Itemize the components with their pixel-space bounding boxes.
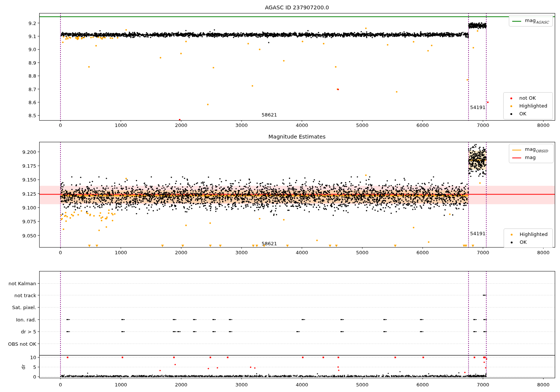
red-line-sample-icon xyxy=(512,155,521,160)
legend-status-top: not OK Highlighted OK xyxy=(503,92,553,119)
legend-row-highlighted: Highlighted xyxy=(507,102,549,110)
x-tick-label: 1000 xyxy=(115,122,127,128)
y-tick-label: 9.125 xyxy=(22,191,36,196)
x-tick-label: 8000 xyxy=(537,382,550,388)
y-tick-label: 8.8 xyxy=(28,73,36,79)
orange-dot-sample-icon xyxy=(507,103,516,109)
legend-label-highlighted: Highlighted xyxy=(519,103,547,109)
x-tick-label: 2000 xyxy=(175,250,187,255)
legend-row-ok-mid: OK xyxy=(507,238,549,246)
y-tick-label: 9.175 xyxy=(22,163,36,169)
x-tick-label: 4000 xyxy=(296,122,308,128)
y-tick-label: 9.075 xyxy=(22,219,36,224)
x-tick-label: 2000 xyxy=(175,122,187,128)
legend-row-mag: mag xyxy=(512,153,550,161)
x-tick-label: 8000 xyxy=(537,122,550,128)
x-tick-label: 7000 xyxy=(477,122,489,128)
y-tick-label: 9.2 xyxy=(28,20,36,26)
legend-label-ok: OK xyxy=(519,111,526,116)
obsid-annotation: 58621 xyxy=(262,240,277,246)
x-tick-label: 3000 xyxy=(235,122,248,128)
x-tick-label: 6000 xyxy=(417,382,429,388)
flag-row-label: Sat. pixel. xyxy=(12,305,36,310)
x-tick-label: 0 xyxy=(59,382,62,388)
legend-row-mag-obsid: magOBSID xyxy=(512,146,550,153)
y-tick-label: 9.100 xyxy=(22,205,36,210)
legend-status-middle: Highlighted OK xyxy=(504,228,553,248)
legend-label-not-ok: not OK xyxy=(519,95,536,101)
flag-row-label: not Kalman xyxy=(9,281,36,286)
top-plot-title: AGASC ID 237907200.0 xyxy=(39,4,555,10)
x-tick-label: 2000 xyxy=(175,382,187,388)
orange-dot-sample-icon xyxy=(507,231,516,237)
flag-row-label: OBS not OK xyxy=(8,341,37,346)
legend-mag-agasc: magAGASC xyxy=(509,15,553,27)
figure-canvas xyxy=(0,0,560,392)
y-tick-label: 8.7 xyxy=(28,86,36,92)
x-tick-label: 4000 xyxy=(296,382,308,388)
dr-tick-label: 0 xyxy=(33,374,36,380)
x-tick-label: 4000 xyxy=(296,250,308,255)
x-tick-label: 5000 xyxy=(356,122,368,128)
flag-row-label: dr > 5 xyxy=(21,329,36,335)
legend-row-ok: OK xyxy=(507,110,549,118)
x-tick-label: 5000 xyxy=(356,250,368,255)
legend-label-mag: mag xyxy=(525,155,536,160)
y-tick-label: 8.9 xyxy=(28,60,36,65)
x-tick-label: 1000 xyxy=(115,382,127,388)
x-tick-label: 3000 xyxy=(235,382,248,388)
x-tick-label: 6000 xyxy=(417,250,429,255)
obsid-annotation: 54191 xyxy=(470,105,485,110)
black-dot-sample-icon xyxy=(507,111,516,116)
legend-row-mag-agasc: magAGASC xyxy=(512,17,549,25)
legend-mag-obsid: magOBSID mag xyxy=(509,144,554,163)
legend-label-mag-agasc: magAGASC xyxy=(525,18,549,24)
x-tick-label: 7000 xyxy=(477,382,489,388)
y-tick-label: 9.1 xyxy=(28,34,36,39)
x-tick-label: 0 xyxy=(59,250,62,255)
y-tick-label: 8.5 xyxy=(28,113,36,118)
legend-label-mag-obsid: magOBSID xyxy=(525,146,548,153)
x-tick-label: 3000 xyxy=(235,250,248,255)
dr-tick-label: 10 xyxy=(30,355,36,360)
x-tick-label: 8000 xyxy=(537,250,550,255)
x-tick-label: 5000 xyxy=(356,382,368,388)
legend-label-highlighted-mid: Highlighted xyxy=(520,231,548,237)
orange-line-sample-icon xyxy=(512,147,521,152)
y-tick-label: 9.0 xyxy=(28,47,36,52)
x-tick-label: 1000 xyxy=(115,250,127,255)
legend-row-highlighted-mid: Highlighted xyxy=(507,230,549,238)
red-dot-sample-icon xyxy=(507,95,516,101)
green-line-sample-icon xyxy=(512,18,521,24)
legend-label-ok-mid: OK xyxy=(520,239,527,245)
y-tick-label: 9.200 xyxy=(22,149,36,155)
legend-row-not-ok: not OK xyxy=(507,94,549,102)
y-tick-label: 9.050 xyxy=(22,233,36,238)
obsid-annotation: 58621 xyxy=(262,112,277,117)
black-dot-sample-icon xyxy=(507,239,516,245)
obsid-annotation: 54191 xyxy=(470,230,485,236)
dr-tick-label: 5 xyxy=(33,364,36,370)
x-tick-label: 6000 xyxy=(417,122,429,128)
flag-row-label: not track xyxy=(14,292,36,298)
flag-row-label: Ion. rad. xyxy=(16,317,36,323)
dr-axis-label: dr xyxy=(21,364,26,370)
x-tick-label: 0 xyxy=(59,122,62,128)
y-tick-label: 9.150 xyxy=(22,177,36,183)
x-tick-label: 7000 xyxy=(477,250,489,255)
figure: AGASC ID 237907200.0 Magnitude Estimates… xyxy=(0,0,560,392)
y-tick-label: 8.6 xyxy=(28,99,36,105)
middle-plot-title: Magnitude Estimates xyxy=(39,134,555,140)
